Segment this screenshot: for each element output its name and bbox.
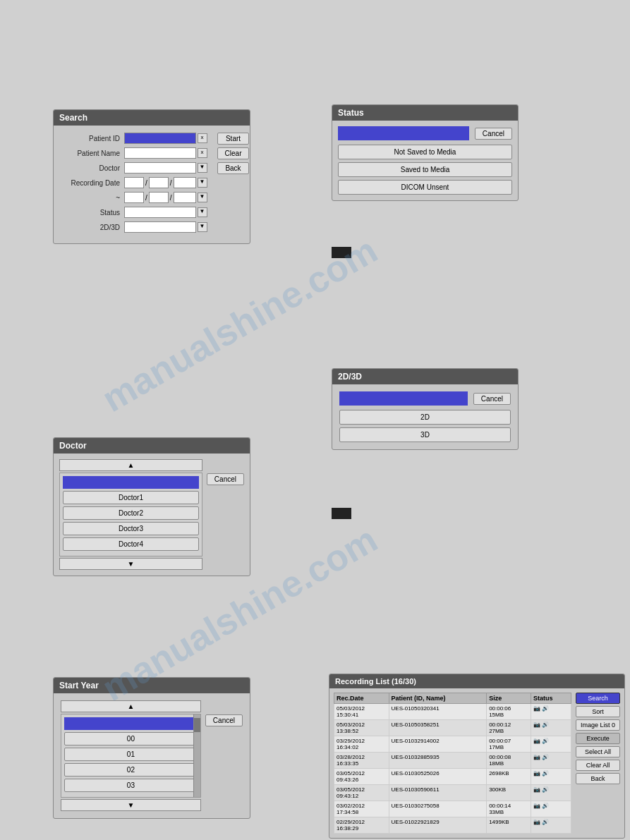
- date-day-input[interactable]: [149, 177, 169, 188]
- cell-status: 📷 🔊: [531, 769, 571, 785]
- year00-button[interactable]: 00: [64, 732, 198, 745]
- date-end-sep1: /: [145, 194, 147, 202]
- sort-button[interactable]: Sort: [576, 706, 620, 717]
- dicom-unsent-button[interactable]: DICOM Unsent: [338, 180, 512, 195]
- cell-date: 05/03/2012 15:30:41: [334, 704, 389, 720]
- cell-status: 📷 🔊: [531, 753, 571, 769]
- table-row[interactable]: 02/29/2012 16:38:29 UES-01022921829 1499…: [334, 817, 571, 834]
- table-row[interactable]: 05/03/2012 13:38:52 UES-01050358251 00:0…: [334, 720, 571, 736]
- col-rec-date: Rec.Date: [334, 693, 389, 704]
- status-label: Status: [61, 209, 124, 217]
- doctor-panel-header: Doctor: [54, 438, 250, 454]
- doctor-cancel-button[interactable]: Cancel: [207, 473, 244, 485]
- doctor3-button[interactable]: Doctor3: [63, 522, 199, 535]
- year-scroll-down[interactable]: [61, 799, 201, 811]
- cell-date: 03/05/2012 09:43:26: [334, 769, 389, 785]
- year-selected: [64, 717, 198, 730]
- year02-button[interactable]: 02: [64, 763, 198, 777]
- year01-button[interactable]: 01: [64, 748, 198, 761]
- date-dropdown[interactable]: ▼: [198, 178, 207, 188]
- doctor-selected: [63, 476, 199, 489]
- date-end-month-input[interactable]: [124, 192, 144, 203]
- select-all-button[interactable]: Select All: [576, 746, 620, 757]
- year-panel: Start Year 00 01 02 03: [53, 677, 250, 819]
- execute-button[interactable]: Execute: [576, 733, 620, 744]
- cell-status: 📷 🔊: [531, 736, 571, 753]
- patient-name-input[interactable]: [124, 147, 196, 159]
- twod3d-selected-bar: [339, 391, 468, 406]
- back-button[interactable]: Back: [217, 162, 250, 174]
- cell-size: 00:00:12 27MB: [487, 720, 531, 736]
- doctor-scroll-down[interactable]: [59, 558, 202, 570]
- cell-size: 00:00:06 15MB: [487, 704, 531, 720]
- doctor-dropdown[interactable]: ▼: [198, 163, 207, 173]
- cell-patient: UES-01032914002: [389, 736, 487, 753]
- status-cancel-button[interactable]: Cancel: [475, 128, 512, 140]
- saved-to-media-button[interactable]: Saved to Media: [338, 162, 512, 177]
- cell-patient: UES-01050358251: [389, 720, 487, 736]
- twod3d-select[interactable]: [124, 221, 196, 233]
- table-row[interactable]: 03/05/2012 09:43:26 UES-01030525026 2698…: [334, 769, 571, 785]
- twod3d-dropdown[interactable]: ▼: [198, 222, 207, 232]
- cell-date: 03/28/2012 16:33:35: [334, 753, 389, 769]
- doctor4-button[interactable]: Doctor4: [63, 537, 199, 551]
- year-scroll-up[interactable]: [61, 700, 201, 712]
- date-month-input[interactable]: [124, 177, 144, 188]
- recording-table: Rec.Date Patient (ID, Name) Size Status …: [334, 693, 571, 834]
- 2d-button[interactable]: 2D: [339, 410, 511, 425]
- status-panel: Status Cancel Not Saved to Media Saved t…: [332, 104, 519, 201]
- clear-all-button[interactable]: Clear All: [576, 760, 620, 771]
- status-select[interactable]: [124, 207, 196, 218]
- table-row[interactable]: 05/03/2012 15:30:41 UES-01050320341 00:0…: [334, 704, 571, 720]
- doctor1-button[interactable]: Doctor1: [63, 491, 199, 504]
- cell-patient: UES-01030525026: [389, 769, 487, 785]
- year-chevron-down-icon: [127, 801, 134, 809]
- twod3d-panel: 2D/3D Cancel 2D 3D: [332, 368, 519, 450]
- doctor2-button[interactable]: Doctor2: [63, 506, 199, 520]
- status-dropdown[interactable]: ▼: [198, 207, 207, 217]
- doctor-panel: Doctor Doctor1 Doctor2 Doctor3 Doctor4: [53, 437, 250, 576]
- twod3d-indicator: [332, 508, 351, 519]
- year-chevron-up-icon: [127, 702, 134, 710]
- date-sep2: /: [170, 179, 172, 187]
- table-row[interactable]: 03/29/2012 16:34:02 UES-01032914002 00:0…: [334, 736, 571, 753]
- cell-date: 03/02/2012 17:34:58: [334, 801, 389, 817]
- cell-size: 300KB: [487, 785, 531, 801]
- col-size: Size: [487, 693, 531, 704]
- rec-back-button[interactable]: Back: [576, 773, 620, 784]
- not-saved-button[interactable]: Not Saved to Media: [338, 145, 512, 159]
- year03-button[interactable]: 03: [64, 779, 198, 792]
- date-end-day-input[interactable]: [149, 192, 169, 203]
- cell-status: 📷 🔊: [531, 801, 571, 817]
- doctor-input[interactable]: [124, 162, 196, 174]
- cell-date: 02/29/2012 16:38:29: [334, 817, 389, 834]
- col-patient: Patient (ID, Name): [389, 693, 487, 704]
- patient-id-clear[interactable]: x: [198, 133, 207, 143]
- cell-status: 📷 🔊: [531, 817, 571, 834]
- date-end-year-input[interactable]: [174, 192, 196, 203]
- doctor-scroll-up[interactable]: [59, 459, 202, 471]
- recording-panel-header: Recording List (16/30): [329, 674, 624, 688]
- table-row[interactable]: 03/28/2012 16:33:35 UES-01032885935 00:0…: [334, 753, 571, 769]
- twod3d-label: 2D/3D: [61, 224, 124, 231]
- cell-patient: UES-01030275058: [389, 801, 487, 817]
- cell-status: 📷 🔊: [531, 704, 571, 720]
- date-end-dropdown[interactable]: ▼: [198, 193, 207, 202]
- year-cancel-button[interactable]: Cancel: [205, 714, 243, 726]
- image-list-button[interactable]: Image List 0: [576, 719, 620, 731]
- patient-id-input[interactable]: [124, 133, 196, 144]
- year-scrollbar-thumb[interactable]: [194, 718, 200, 732]
- patient-name-clear[interactable]: x: [198, 148, 207, 158]
- cell-patient: UES-01032885935: [389, 753, 487, 769]
- status-indicator: [332, 247, 351, 258]
- clear-button[interactable]: Clear: [217, 147, 250, 159]
- search-button[interactable]: Search: [576, 693, 620, 704]
- table-row[interactable]: 03/05/2012 09:43:12 UES-01030590611 300K…: [334, 785, 571, 801]
- table-row[interactable]: 03/02/2012 17:34:58 UES-01030275058 00:0…: [334, 801, 571, 817]
- start-button[interactable]: Start: [217, 133, 250, 145]
- date-year-input[interactable]: [174, 177, 196, 188]
- chevron-down-icon: [127, 560, 134, 568]
- year-scrollbar[interactable]: [193, 714, 200, 797]
- 3d-button[interactable]: 3D: [339, 427, 511, 442]
- twod3d-cancel-button[interactable]: Cancel: [473, 393, 511, 405]
